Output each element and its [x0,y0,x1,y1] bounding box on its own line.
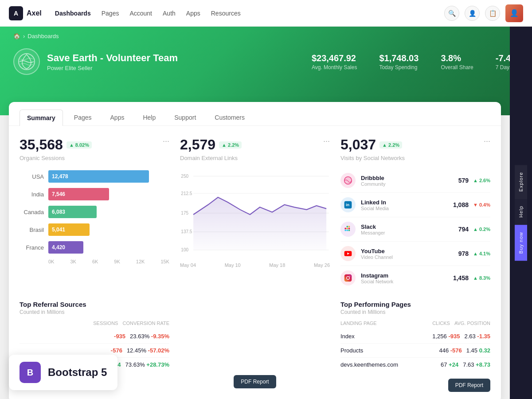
organic-sessions-panel: ··· 35,568 ▲ 8.02% Organic Sessions USA … [20,137,169,290]
instagram-type: Social Network [361,279,453,284]
dribbble-info: Dribbble Community [361,175,458,187]
bar-fill-usa: 12,478 [48,170,149,183]
top-pages-title: Top Performing Pages [340,301,490,308]
bar-fill-canada: 6,083 [48,206,97,218]
social-item-instagram: Instagram Social Network 1,458 ▲ 8.3% [340,266,490,290]
tab-apps[interactable]: Apps [103,109,132,125]
svg-text:137.5: 137.5 [181,229,192,234]
hero-stat-overall-share: 3.8% Overall Share [441,53,473,70]
top-pages-table: LANDING PAGE CLICKS AVG. POSITION Index … [340,321,490,372]
svg-rect-21 [347,230,348,231]
tab-support[interactable]: Support [167,109,203,125]
social-visits-label: Visits by Social Networks [340,155,490,161]
instagram-change: ▲ 8.3% [473,275,490,281]
right-sidebar: Explore Help Buy now [510,27,532,399]
svg-point-27 [349,276,350,277]
settings-button[interactable]: 📋 [485,6,500,21]
bar-value-brasil: 5,041 [52,227,65,233]
nav-resources[interactable]: Resources [211,10,241,17]
brand-name: Axel [27,9,42,17]
instagram-info: Instagram Social Network [361,272,453,284]
dashboard-grid: ··· 35,568 ▲ 8.02% Organic Sessions USA … [9,126,501,301]
svg-text:175: 175 [181,211,188,215]
organic-sessions-badge: ▲ 8.02% [66,141,92,149]
social-networks-panel: ··· 5,037 ▲ 2.2% Visits by Social Networ… [340,137,490,290]
bar-track-usa: 12,478 [48,170,169,183]
breadcrumb-separator: › [23,33,25,39]
referral-title: Top Referral Sources [20,301,169,308]
bar-track-india: 7,546 [48,188,169,200]
pdf-report-button[interactable]: PDF Report [234,375,276,388]
bar-row-canada: Canada 6,083 [20,206,169,218]
tab-customers[interactable]: Customers [207,109,252,125]
bootstrap-icon: B [20,362,41,383]
explore-panel-btn[interactable]: Explore [515,165,527,199]
slack-count: 794 [458,226,469,233]
bar-track-france: 4,420 [48,241,169,254]
tab-help[interactable]: Help [135,109,163,125]
social-list: Dribbble Community 579 ▲ 2.6% in Linked … [340,168,490,290]
nav-apps[interactable]: Apps [186,10,200,17]
referral-headers: SESSIONS CONVERSION RATE [20,321,169,326]
nav-pages[interactable]: Pages [102,10,119,17]
notifications-button[interactable]: 👤 [465,6,480,21]
social-visits-badge: ▲ 2.2% [379,141,402,149]
domain-links-badge: ▲ 2.2% [219,141,242,149]
page-row-index: Index 1,256 -935 2.63 -1.35 [340,329,490,344]
nav-auth[interactable]: Auth [163,10,176,17]
bar-row-brasil: Brasil 5,041 [20,223,169,236]
panel1-more-btn[interactable]: ··· [163,137,169,146]
brand[interactable]: A Axel [9,6,42,20]
bar-row-india: India 7,546 [20,188,169,200]
social-item-dribbble: Dribbble Community 579 ▲ 2.6% [340,168,490,193]
bar-value-france: 4,420 [52,244,65,250]
linkedin-change: ▼ 0.4% [473,202,490,207]
nav-dashboards[interactable]: Dashboards [55,10,91,17]
svg-text:212.5: 212.5 [181,191,192,196]
hero-stats: $23,467.92 Avg. Monthly Sales $1,748.03 … [312,53,519,70]
home-icon[interactable]: 🏠 [13,33,20,39]
bar-label-canada: Canada [20,209,44,215]
youtube-change: ▲ 4.1% [473,251,490,256]
top-pages-subtitle: Counted in Millions [340,309,490,315]
dribbble-count: 579 [458,177,469,184]
bootstrap-label: Bootstrap 5 [48,366,107,379]
help-panel-btn[interactable]: Help [515,199,527,225]
hero-text: Save Earth - Volunteer Team Power Elite … [47,52,178,71]
pdf-report-pages-button[interactable]: PDF Report [448,379,490,392]
bar-track-canada: 6,083 [48,206,169,218]
panel2-more-btn[interactable]: ··· [323,137,330,146]
svg-rect-19 [347,228,348,229]
brand-icon: A [9,6,23,20]
bar-axis: 0K 3K 6K 9K 12K 15K [20,259,169,264]
overall-share-label: Overall Share [441,64,473,70]
monthly-sales-label: Avg. Monthly Sales [312,64,357,70]
hero-stat-monthly-sales: $23,467.92 Avg. Monthly Sales [312,53,357,70]
youtube-count: 978 [458,250,469,257]
youtube-type: Video Channel [361,254,458,260]
user-avatar[interactable]: 👤 [505,4,523,22]
social-item-youtube: YouTube Video Channel 978 ▲ 4.1% [340,242,490,266]
tabs: Summary Pages Apps Help Support Customer… [9,102,501,126]
panel3-more-btn[interactable]: ··· [484,137,490,146]
organic-sessions-label: Organic Sessions [20,155,169,161]
tab-pages[interactable]: Pages [66,109,99,125]
overall-share-value: 3.8% [441,53,473,63]
bar-label-usa: USA [20,173,44,180]
linkedin-icon: in [340,197,356,212]
hero-logo [13,48,40,75]
linkedin-type: Social Media [361,206,453,211]
bar-label-india: India [20,191,44,198]
nav-account[interactable]: Account [129,10,152,17]
youtube-icon [340,246,356,261]
bootstrap-badge: B Bootstrap 5 [9,355,117,390]
navbar-right: 🔍 👤 📋 👤 [444,4,523,22]
linkedin-info: Linked In Social Media [361,199,453,211]
buynow-panel-btn[interactable]: Buy now [515,225,527,261]
search-button[interactable]: 🔍 [444,6,459,21]
bar-row-usa: USA 12,478 [20,170,169,183]
slack-info: Slack Messanger [361,223,458,235]
referral-subtitle: Counted in Millions [20,309,169,315]
bar-value-india: 7,546 [52,191,65,197]
tab-summary[interactable]: Summary [20,110,63,126]
